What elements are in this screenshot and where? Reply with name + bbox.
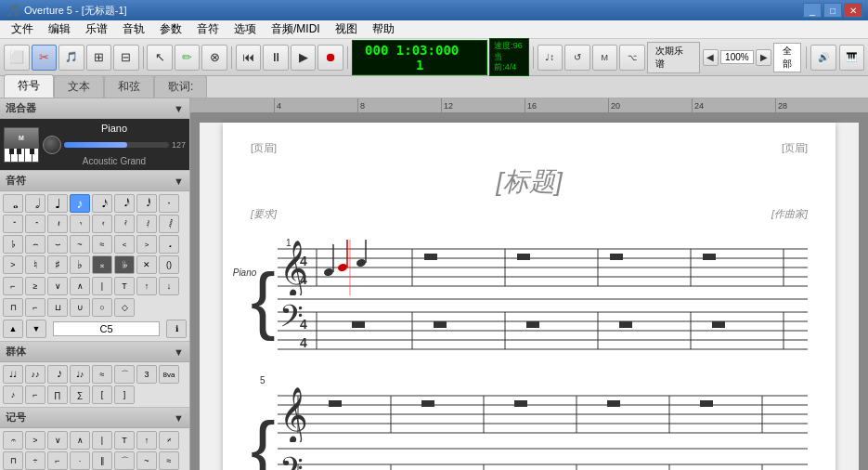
window-controls[interactable]: _ □ ✕: [803, 3, 862, 18]
sym-btn-6[interactable]: T: [114, 277, 135, 295]
sym-r2-1[interactable]: ⊓: [3, 298, 23, 317]
synth-expand-icon[interactable]: ▼: [174, 103, 184, 114]
tie-btn[interactable]: ⌢: [25, 235, 45, 254]
m13[interactable]: ∥: [92, 451, 112, 470]
maximize-button[interactable]: □: [823, 3, 842, 18]
16th-rest-btn[interactable]: 𝄿: [92, 215, 112, 233]
record-button[interactable]: ⏺: [317, 45, 343, 71]
half-rest-btn[interactable]: 𝄼: [25, 215, 45, 233]
synth-slider[interactable]: [64, 142, 169, 148]
slur-btn[interactable]: ⌣: [47, 235, 68, 254]
synth-section-title[interactable]: 混合器 ▼: [0, 98, 189, 119]
notes-expand-icon[interactable]: ▼: [174, 176, 184, 187]
m2[interactable]: >: [25, 431, 45, 450]
g6[interactable]: ⌒: [114, 365, 135, 384]
m10[interactable]: ÷: [25, 451, 45, 470]
g2[interactable]: ♪♪: [25, 365, 45, 384]
g8[interactable]: 8va: [159, 365, 179, 384]
dot-btn[interactable]: ·: [159, 194, 179, 213]
grace-btn[interactable]: 𝅘: [159, 235, 179, 254]
close-button[interactable]: ✕: [844, 3, 862, 18]
tab-lyrics[interactable]: 歌词:: [154, 75, 207, 98]
sym-btn-1[interactable]: ⌐: [3, 277, 23, 295]
view-btn-2[interactable]: 🎹: [839, 45, 864, 71]
sym-r2-4[interactable]: ∪: [70, 298, 90, 317]
menu-help[interactable]: 帮助: [365, 20, 402, 39]
paren-btn[interactable]: (): [159, 255, 179, 274]
g10[interactable]: ⌐: [25, 385, 45, 404]
tab-chords[interactable]: 和弦: [104, 75, 154, 98]
32nd-rest-btn[interactable]: 𝅀: [114, 215, 135, 233]
zoom-out-button[interactable]: ◀: [703, 49, 719, 66]
dbl-sharp-btn[interactable]: 𝄪: [92, 255, 112, 274]
groups-section-title[interactable]: 群体 ▼: [0, 342, 189, 362]
gliss-btn[interactable]: ~: [70, 235, 90, 254]
menu-notes[interactable]: 音符: [189, 20, 227, 39]
m1[interactable]: 𝄐: [3, 431, 23, 450]
sym-r2-2[interactable]: ⌐: [25, 298, 45, 317]
quarter-note-btn[interactable]: ♩: [47, 194, 68, 213]
tab-symbols[interactable]: 符号: [4, 74, 54, 98]
x-note-btn[interactable]: ✕: [136, 255, 157, 274]
score-view-button[interactable]: 次期乐谱: [647, 42, 700, 73]
grid-button[interactable]: ⊞: [86, 45, 112, 71]
dbl-flat-btn[interactable]: 𝄫: [114, 255, 135, 274]
m16[interactable]: ≈: [159, 451, 179, 470]
sym-r2-6[interactable]: ◇: [114, 298, 135, 317]
sym-btn-8[interactable]: ↓: [159, 277, 179, 295]
sharp-btn[interactable]: ♯: [47, 255, 68, 274]
sym-r2-5[interactable]: ○: [92, 298, 112, 317]
zoom-in-button[interactable]: ▶: [756, 49, 771, 66]
tab-text[interactable]: 文本: [54, 75, 104, 98]
g1[interactable]: ♩♩: [3, 365, 23, 384]
whole-note-btn[interactable]: 𝅝: [3, 194, 23, 213]
decresc-btn[interactable]: >: [136, 235, 157, 254]
16th-note-btn[interactable]: 𝅘𝅥𝅯: [92, 194, 112, 213]
nav-up-btn[interactable]: ▲: [3, 320, 23, 338]
marks-section-title[interactable]: 记号 ▼: [0, 408, 189, 428]
m4[interactable]: ∧: [70, 431, 90, 450]
view-btn-1[interactable]: 🔊: [810, 45, 836, 71]
info-btn[interactable]: ℹ: [166, 320, 187, 338]
pencil-button[interactable]: ✏: [175, 45, 201, 71]
m9[interactable]: ⊓: [3, 451, 23, 470]
m12[interactable]: ∙: [70, 451, 90, 470]
g3[interactable]: 𝅘𝅥𝅯: [47, 365, 68, 384]
instrument-button[interactable]: 🎵: [58, 45, 84, 71]
g11[interactable]: ∏: [47, 385, 68, 404]
nav-down-btn[interactable]: ▼: [26, 320, 46, 338]
sym-btn-5[interactable]: |: [92, 277, 112, 295]
menu-track[interactable]: 音轨: [115, 20, 152, 39]
8th-rest-btn[interactable]: 𝄾: [70, 215, 90, 233]
menu-params[interactable]: 参数: [152, 20, 189, 39]
menu-edit[interactable]: 编辑: [41, 20, 78, 39]
sym-btn-4[interactable]: ∧: [70, 277, 90, 295]
64th-note-btn[interactable]: 𝅘𝅥𝅱: [136, 194, 157, 213]
synth-knob-1[interactable]: [43, 136, 61, 154]
64th-rest-btn[interactable]: 𝅁: [136, 215, 157, 233]
pause-button[interactable]: ⏸: [263, 45, 289, 71]
m14[interactable]: ⌒: [114, 451, 135, 470]
minimize-button[interactable]: _: [803, 3, 822, 18]
g5[interactable]: ≈: [92, 365, 112, 384]
vibrato-btn[interactable]: ≈: [92, 235, 112, 254]
sym-btn-7[interactable]: ↑: [136, 277, 157, 295]
32nd-note-btn[interactable]: 𝅘𝅥𝅰: [114, 194, 135, 213]
notes-section-title[interactable]: 音符 ▼: [0, 171, 189, 191]
m3[interactable]: ∨: [47, 431, 68, 450]
g4[interactable]: ♩♪: [70, 365, 90, 384]
g9[interactable]: ♪: [3, 385, 23, 404]
sym-r2-3[interactable]: ⊔: [47, 298, 68, 317]
flat-btn[interactable]: ♭: [70, 255, 90, 274]
accent-btn[interactable]: >: [3, 255, 23, 274]
midi-button[interactable]: M: [592, 45, 618, 71]
groups-expand-icon[interactable]: ▼: [174, 346, 184, 358]
loop-button[interactable]: ↺: [564, 45, 590, 71]
cut-button[interactable]: ✂: [32, 45, 58, 71]
g14[interactable]: ]: [114, 385, 135, 404]
half-note-btn[interactable]: 𝅗𝅥: [25, 194, 45, 213]
quarter-rest-btn[interactable]: 𝄽: [47, 215, 68, 233]
natural-btn[interactable]: ♮: [25, 255, 45, 274]
augment-btn[interactable]: 𝅂: [159, 215, 179, 233]
trill-btn[interactable]: 𝄬: [3, 235, 23, 254]
